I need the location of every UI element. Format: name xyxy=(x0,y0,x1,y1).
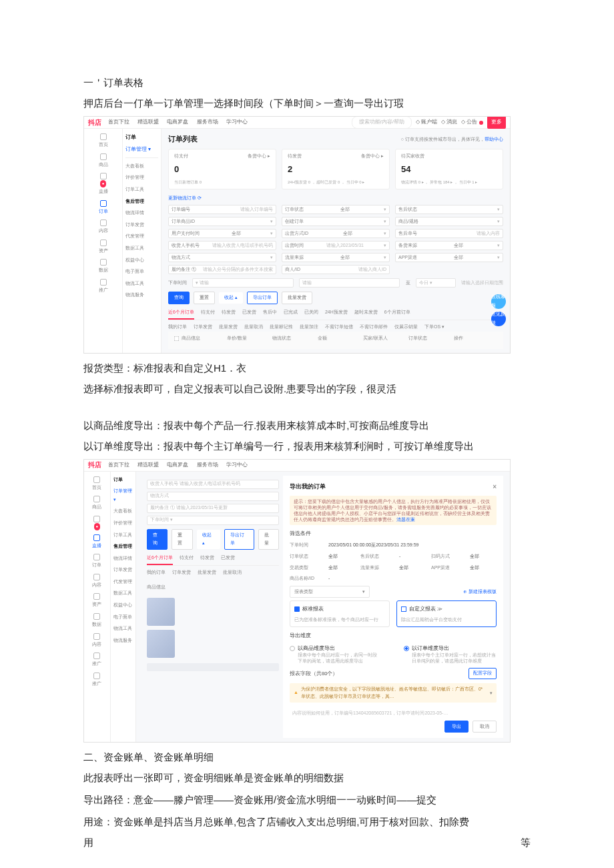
subside-item[interactable]: 代发管理 xyxy=(125,232,158,241)
report-type-select[interactable]: 报表类型▾ xyxy=(290,586,370,598)
subside-item[interactable]: 订单工具 xyxy=(125,185,158,194)
subnav-item[interactable]: 权益中心 xyxy=(113,601,133,610)
select-all[interactable] xyxy=(174,336,180,342)
nav-item[interactable]: 学习中心 xyxy=(226,462,248,468)
side-item[interactable]: 首页 xyxy=(84,474,110,494)
filter-traffic[interactable]: 流量来源全部▾ xyxy=(282,253,390,262)
tab-pending-ship[interactable]: 待发货 xyxy=(222,308,236,320)
nav-item[interactable]: 精选联盟 xyxy=(137,119,159,125)
subtab[interactable]: 批量发货 xyxy=(219,323,238,332)
subtab[interactable]: 订单发货 xyxy=(194,323,212,332)
side-item[interactable]: 推广 xyxy=(84,671,110,691)
stat-card-pending-ship[interactable]: 待发货备货中心 ▸ 2 24H预发货 0 ， 超时已发货 0 ， 当日中 0 ▸ xyxy=(282,149,390,189)
side-order[interactable]: 订单 xyxy=(84,198,122,218)
nav-item[interactable]: 学习中心 xyxy=(226,119,248,125)
batch-ship-button[interactable]: 批量发货 xyxy=(282,292,312,304)
nav-item[interactable]: 服务市场 xyxy=(197,119,218,125)
filter-logistics[interactable]: 物流方式▾ xyxy=(168,253,276,262)
tab-pending-pay[interactable]: 待支付 xyxy=(201,308,215,320)
card-custom[interactable]: 自定义报表 ≫ 除出汇总期初会平台变动支付 xyxy=(396,600,497,627)
nav-item[interactable]: 电商罗盘 xyxy=(167,462,188,468)
export-button[interactable]: 导出订单 xyxy=(247,292,278,304)
stat-card-pending-pay[interactable]: 待支付备货中心 ▸ 0 当日新增订单 0 xyxy=(168,149,276,189)
card-standard[interactable]: 标准报表 已为您准备标准报表，每个商品对应一行 xyxy=(290,600,390,627)
subnav-item[interactable]: 代发管理 xyxy=(113,578,133,586)
side-data[interactable]: 数据 xyxy=(84,257,122,277)
refresh-link[interactable]: 更新物流订单 ⟳ xyxy=(168,194,202,203)
side-item[interactable]: 推广 xyxy=(84,650,110,671)
subside-item[interactable]: 评价管理 xyxy=(125,173,158,182)
subnav-item[interactable]: 物流详情 xyxy=(113,554,133,563)
subnav-item[interactable]: 电子面单 xyxy=(113,613,133,622)
help-link[interactable]: 帮助中心 xyxy=(485,137,503,141)
subnav-item[interactable]: 订单 xyxy=(113,476,133,484)
tab-done[interactable]: 已完成 xyxy=(284,308,298,320)
notice-link[interactable]: 清题在案 xyxy=(396,517,415,522)
filter-order-status[interactable]: 订单状态全部▾ xyxy=(282,205,390,214)
subnav-item[interactable]: 售后管理 xyxy=(113,542,133,551)
side-item[interactable]: 内容 xyxy=(84,631,110,651)
filter-aftersale[interactable]: 售后状态▾ xyxy=(395,205,503,214)
user-link[interactable]: ◇ 账户端 xyxy=(416,116,437,128)
side-content[interactable]: 内容 xyxy=(84,218,122,238)
subtab[interactable]: 不需订单短信 xyxy=(325,323,353,332)
radio-order-dim[interactable]: 以订单维度导出 报表中每个主订单对应一行，若想统计当日单纯列的量，请选用此订单维… xyxy=(404,644,497,664)
filter-aftersale-no[interactable]: 售后单号请输入内容 xyxy=(395,229,503,238)
buy-button[interactable]: 更多 xyxy=(487,116,506,128)
subnav-item[interactable]: 评价管理 xyxy=(113,519,133,528)
filter-source[interactable]: 备货来源全部▾ xyxy=(395,241,503,250)
subtab[interactable]: 批量标记性 xyxy=(270,323,293,332)
side-item[interactable]: 数据 xyxy=(84,611,110,631)
tab-overdue[interactable]: 超时未发货 xyxy=(354,308,378,320)
tab-closed[interactable]: 已关闭 xyxy=(304,308,318,320)
nav-item[interactable]: 服务市场 xyxy=(197,462,218,468)
subside-item[interactable]: 电子面单 xyxy=(125,268,158,276)
nav-item[interactable]: 精选联盟 xyxy=(137,462,159,468)
side-live[interactable]: ●直播 xyxy=(84,171,122,197)
nav-item[interactable]: 首页下拉 xyxy=(108,119,129,125)
config-fields-button[interactable]: 配置字段 xyxy=(469,668,497,679)
side-product[interactable]: 商品 xyxy=(84,151,122,171)
radio-product-dim[interactable]: 以商品维度导出 报表中每个商品对应一行，若同一时段下单的两笔，请选用此维度导出 xyxy=(290,644,377,664)
msg-link[interactable]: ◇ 消息 xyxy=(441,116,457,128)
collapse-button[interactable]: 收起 ▴ xyxy=(219,292,243,304)
side-item[interactable]: 订单 xyxy=(84,552,110,572)
query-button[interactable]: 查询 xyxy=(168,292,190,304)
subnav-order-mgmt[interactable]: 订单管理 ▾ xyxy=(125,145,151,154)
subtab[interactable]: 我的订单 xyxy=(168,323,187,332)
subtab[interactable]: 批量加注 xyxy=(300,323,318,332)
subtab[interactable]: 仅展示销量 xyxy=(394,323,418,332)
subside-item[interactable]: 大盘看板 xyxy=(125,162,158,171)
reset-button[interactable]: 重置 xyxy=(194,292,215,304)
subside-item[interactable]: 权益中心 xyxy=(125,256,158,265)
side-asset[interactable]: 资产 xyxy=(84,238,122,258)
filter-paytime[interactable]: 用户支付时间全部▾ xyxy=(168,229,276,238)
subside-item[interactable]: 订单发货 xyxy=(125,221,158,230)
subside-item[interactable]: 售后管理 xyxy=(125,197,158,206)
tab-6m[interactable]: 近6个月订单 xyxy=(168,308,194,320)
side-item[interactable]: ● xyxy=(84,514,110,532)
side-item[interactable]: 商品 xyxy=(84,494,110,514)
subtab[interactable]: 批量取消 xyxy=(244,323,263,332)
subnav-item[interactable]: 订单发货 xyxy=(113,566,133,574)
subnav-item[interactable]: 物流工具 xyxy=(113,624,133,633)
today-sel[interactable]: 今日 ▾ xyxy=(416,278,456,288)
subnav-order[interactable]: 订单 xyxy=(125,133,136,142)
subnav-item[interactable]: 订单工具 xyxy=(113,531,133,540)
subside-item[interactable]: 物流工具 xyxy=(125,280,158,288)
amount-to[interactable]: 请输 xyxy=(299,278,400,288)
tab-24h[interactable]: 24H预发货 xyxy=(325,308,348,320)
nav-item[interactable]: 首页下拉 xyxy=(108,462,129,468)
close-icon[interactable]: × xyxy=(493,481,497,493)
filter-merchant[interactable]: 商人/ID请输入商人ID xyxy=(282,265,390,274)
filter-sku[interactable]: 商品/规格▾ xyxy=(395,217,503,226)
subside-item[interactable]: 物流服务 xyxy=(125,291,158,300)
filter-shipway[interactable]: 出货方式ID全部▾ xyxy=(282,229,390,238)
subnav-item[interactable]: 大盘看板 xyxy=(113,507,133,516)
stat-card-pending-receive[interactable]: 待买家收货 54 物流详情 0 ▸ ， 异常包 184 ▸ ， 当日中 1 ▸ xyxy=(395,149,503,189)
tab-6m-ago[interactable]: 6个月前订单 xyxy=(384,308,410,320)
filter-phone[interactable]: 收货人手机号请输入收货人电话或手机号码 xyxy=(168,241,276,250)
subnav-item[interactable]: 物流服务 xyxy=(113,636,133,645)
side-item[interactable]: 资产 xyxy=(84,591,110,611)
subside-item[interactable]: 数据工具 xyxy=(125,244,158,253)
